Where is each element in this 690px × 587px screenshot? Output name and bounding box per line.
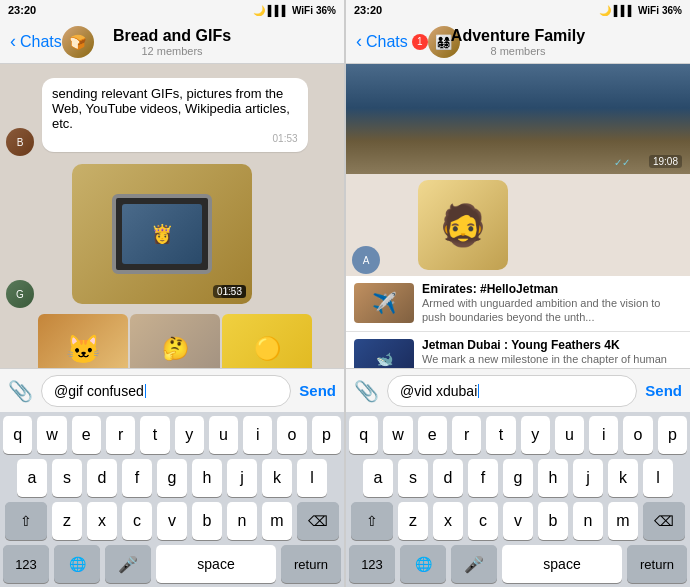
left-key-m[interactable]: m: [262, 502, 292, 540]
left-key-g[interactable]: g: [157, 459, 187, 497]
right-input-field[interactable]: @vid xdubai: [387, 375, 637, 407]
right-key-row-2: a s d f g h j k l: [349, 459, 687, 497]
right-key-z[interactable]: z: [398, 502, 428, 540]
right-key-a[interactable]: a: [363, 459, 393, 497]
right-key-j[interactable]: j: [573, 459, 603, 497]
left-key-h[interactable]: h: [192, 459, 222, 497]
right-key-f[interactable]: f: [468, 459, 498, 497]
left-key-s[interactable]: s: [52, 459, 82, 497]
right-key-v[interactable]: v: [503, 502, 533, 540]
left-key-p[interactable]: p: [312, 416, 341, 454]
right-video-item-1[interactable]: ✈️ Emirates: #HelloJetman Armed with ung…: [346, 276, 690, 332]
left-key-a[interactable]: a: [17, 459, 47, 497]
right-key-u[interactable]: u: [555, 416, 584, 454]
left-key-delete[interactable]: ⌫: [297, 502, 339, 540]
right-back-button[interactable]: ‹ Chats 1: [356, 31, 428, 52]
right-key-d[interactable]: d: [433, 459, 463, 497]
left-msg-text-1: sending relevant GIFs, pictures from the…: [52, 86, 290, 131]
right-key-space[interactable]: space: [502, 545, 622, 583]
right-moon-icon: 🌙: [599, 5, 611, 16]
left-key-v[interactable]: v: [157, 502, 187, 540]
left-key-c[interactable]: c: [122, 502, 152, 540]
right-chat-area: 19:08 ✓✓ A 🧔 ✈️ Emirates: #HelloJetman A…: [346, 64, 690, 368]
right-key-123[interactable]: 123: [349, 545, 395, 583]
left-key-o[interactable]: o: [277, 416, 306, 454]
left-simpson-icon: 🟡: [222, 314, 312, 368]
right-key-row-3: ⇧ z x c v b n m ⌫: [349, 502, 687, 540]
left-key-t[interactable]: t: [140, 416, 169, 454]
right-phone-panel: 23:20 🌙 ▌▌▌ WiFi 36% ‹ Chats 1 Adventure…: [345, 0, 690, 587]
right-key-h[interactable]: h: [538, 459, 568, 497]
left-attach-icon[interactable]: 📎: [8, 379, 33, 403]
right-key-delete[interactable]: ⌫: [643, 502, 685, 540]
right-key-r[interactable]: r: [452, 416, 481, 454]
right-key-x[interactable]: x: [433, 502, 463, 540]
right-key-t[interactable]: t: [486, 416, 515, 454]
left-key-j[interactable]: j: [227, 459, 257, 497]
left-key-q[interactable]: q: [3, 416, 32, 454]
right-video-title-1: Emirates: #HelloJetman: [422, 282, 682, 296]
left-msg-avatar-1: B: [6, 128, 34, 156]
right-attach-icon[interactable]: 📎: [354, 379, 379, 403]
left-send-button[interactable]: Send: [299, 382, 336, 399]
left-key-f[interactable]: f: [122, 459, 152, 497]
left-key-row-4: 123 🌐 🎤 space return: [3, 545, 341, 583]
right-key-o[interactable]: o: [623, 416, 652, 454]
left-key-d[interactable]: d: [87, 459, 117, 497]
left-tv-time: 01:53: [213, 285, 246, 298]
left-img-cat: 🐱: [38, 314, 128, 368]
right-video-title-2: Jetman Dubai : Young Feathers 4K: [422, 338, 682, 352]
left-tv-gif-image: 👸 GIF 01:53: [72, 164, 252, 304]
right-key-i[interactable]: i: [589, 416, 618, 454]
left-key-mic[interactable]: 🎤: [105, 545, 151, 583]
left-key-i[interactable]: i: [243, 416, 272, 454]
left-key-k[interactable]: k: [262, 459, 292, 497]
left-status-time: 23:20: [8, 4, 36, 16]
left-key-emoji[interactable]: 🌐: [54, 545, 100, 583]
left-key-y[interactable]: y: [175, 416, 204, 454]
left-msg-bubble-1: sending relevant GIFs, pictures from the…: [42, 78, 308, 152]
left-key-123[interactable]: 123: [3, 545, 49, 583]
left-key-l[interactable]: l: [297, 459, 327, 497]
left-key-e[interactable]: e: [72, 416, 101, 454]
left-key-shift[interactable]: ⇧: [5, 502, 47, 540]
left-key-z[interactable]: z: [52, 502, 82, 540]
right-keyboard[interactable]: q w e r t y u i o p a s d f g h j k l ⇧ …: [346, 412, 690, 587]
left-key-n[interactable]: n: [227, 502, 257, 540]
right-key-c[interactable]: c: [468, 502, 498, 540]
right-input-bar: 📎 @vid xdubai Send: [346, 368, 690, 412]
left-back-button[interactable]: ‹ Chats: [10, 31, 62, 52]
right-key-s[interactable]: s: [398, 459, 428, 497]
left-key-w[interactable]: w: [37, 416, 66, 454]
left-status-bar: 23:20 🌙 ▌▌▌ WiFi 36%: [0, 0, 344, 20]
left-avatar[interactable]: 🍞: [62, 26, 94, 58]
right-key-b[interactable]: b: [538, 502, 568, 540]
right-key-e[interactable]: e: [418, 416, 447, 454]
left-back-label[interactable]: Chats: [20, 33, 62, 51]
right-back-label[interactable]: Chats: [366, 33, 408, 51]
right-key-n[interactable]: n: [573, 502, 603, 540]
right-key-k[interactable]: k: [608, 459, 638, 497]
left-key-r[interactable]: r: [106, 416, 135, 454]
right-key-shift[interactable]: ⇧: [351, 502, 393, 540]
right-key-w[interactable]: w: [383, 416, 412, 454]
right-key-mic[interactable]: 🎤: [451, 545, 497, 583]
left-key-u[interactable]: u: [209, 416, 238, 454]
right-video-item-2[interactable]: 🐋 Jetman Dubai : Young Feathers 4K We ma…: [346, 332, 690, 368]
right-face-image: 🧔: [418, 180, 508, 270]
left-key-space[interactable]: space: [156, 545, 276, 583]
right-key-emoji[interactable]: 🌐: [400, 545, 446, 583]
left-input-field[interactable]: @gif confused: [41, 375, 291, 407]
right-key-y[interactable]: y: [521, 416, 550, 454]
right-send-button[interactable]: Send: [645, 382, 682, 399]
right-key-g[interactable]: g: [503, 459, 533, 497]
left-key-b[interactable]: b: [192, 502, 222, 540]
right-key-q[interactable]: q: [349, 416, 378, 454]
right-key-p[interactable]: p: [658, 416, 687, 454]
left-key-return[interactable]: return: [281, 545, 341, 583]
right-key-m[interactable]: m: [608, 502, 638, 540]
left-keyboard[interactable]: q w e r t y u i o p a s d f g h j k l ⇧ …: [0, 412, 344, 587]
right-key-return[interactable]: return: [627, 545, 687, 583]
left-key-x[interactable]: x: [87, 502, 117, 540]
right-key-l[interactable]: l: [643, 459, 673, 497]
